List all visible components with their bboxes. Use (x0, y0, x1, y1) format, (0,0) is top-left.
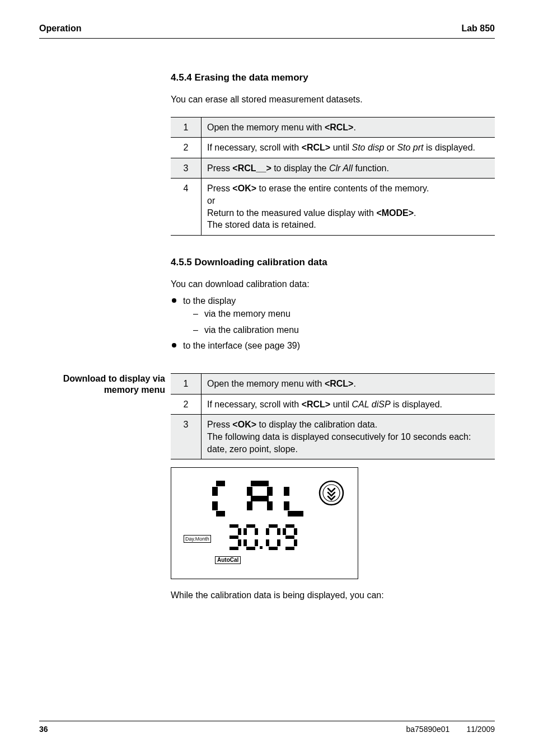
step-text: Open the memory menu with <RCL>. (202, 374, 495, 395)
svg-line-44 (331, 496, 335, 500)
step-text: Press <OK> to display the calibration da… (202, 415, 495, 459)
footer-rule (39, 721, 495, 721)
lcd-daymonth-label: Day.Month (184, 535, 211, 543)
table-row: 2 If necessary, scroll with <RCL> until … (171, 394, 495, 415)
header-rule (39, 38, 495, 39)
page-number: 36 (39, 725, 48, 734)
heading-454: 4.5.4 Erasing the data memory (171, 72, 495, 83)
sidebar-line2: memory menu (104, 385, 165, 395)
header-left: Operation (39, 24, 82, 34)
steps-table-454: 1 Open the memory menu with <RCL>. 2 If … (171, 117, 495, 236)
step-number: 3 (171, 158, 202, 179)
header-right: Lab 850 (461, 24, 495, 34)
svg-rect-24 (260, 546, 263, 549)
table-row: 2 If necessary, scroll with <RCL> until … (171, 138, 495, 158)
step-number: 1 (171, 374, 202, 395)
list-item: via the memory menu (185, 306, 495, 322)
step-number: 3 (171, 415, 202, 459)
step-text: Press <RCL__> to display the Clr All fun… (202, 158, 495, 179)
lcd-autocal-label: AutoCal (215, 556, 241, 564)
step-text: Open the memory menu with <RCL>. (202, 117, 495, 138)
table-row: 3 Press <OK> to display the calibration … (171, 415, 495, 459)
lcd-date-readout (227, 524, 306, 552)
step-number: 4 (171, 179, 202, 235)
list-item: to the interface (see page 39) (171, 338, 495, 354)
list-item: via the calibration menu (185, 322, 495, 339)
step-text: If necessary, scroll with <RCL> until St… (202, 138, 495, 158)
footer-date: 11/2009 (466, 725, 495, 734)
lcd-main-readout (212, 480, 312, 517)
list-item: to the display via the memory menu via t… (171, 293, 495, 338)
intro-454: You can erase all stored measurement dat… (171, 93, 495, 106)
sensor-icon (318, 480, 344, 506)
table-row: 1 Open the memory menu with <RCL>. (171, 374, 495, 395)
step-number: 2 (171, 138, 202, 158)
sidebar-label: Download to display via memory menu (39, 373, 171, 396)
lcd-display: Day.Month AutoCal (171, 467, 358, 579)
list-item-text: to the display (183, 296, 236, 306)
intro-455: You can download calibration data: (171, 278, 495, 290)
step-number: 1 (171, 117, 202, 138)
svg-line-39 (328, 489, 331, 492)
svg-line-43 (328, 496, 331, 500)
sidebar-line1: Download to display via (63, 374, 165, 383)
table-row: 1 Open the memory menu with <RCL>. (171, 117, 495, 138)
step-text: If necessary, scroll with <RCL> until CA… (202, 394, 495, 415)
footer-docid: ba75890e01 (406, 725, 450, 734)
step-text: Press <OK> to erase the entire contents … (202, 179, 495, 235)
svg-line-42 (331, 492, 335, 496)
svg-line-40 (331, 489, 335, 492)
table-row: 3 Press <RCL__> to display the Clr All f… (171, 158, 495, 179)
step-number: 2 (171, 394, 202, 415)
after-lcd-text: While the calibration data is being disp… (171, 589, 495, 602)
svg-line-41 (328, 492, 331, 496)
steps-table-download: 1 Open the memory menu with <RCL>. 2 If … (171, 373, 495, 459)
heading-455: 4.5.5 Downloading calibration data (171, 257, 495, 268)
bullet-list: to the display via the memory menu via t… (171, 293, 495, 354)
table-row: 4 Press <OK> to erase the entire content… (171, 179, 495, 235)
